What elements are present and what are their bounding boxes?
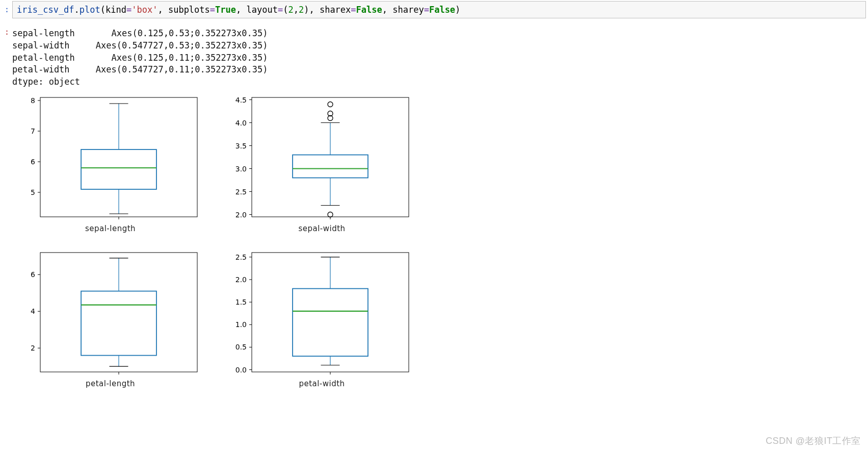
input-prompt: : xyxy=(2,5,9,14)
svg-text:6: 6 xyxy=(31,270,35,279)
svg-point-35 xyxy=(328,102,333,107)
svg-rect-13 xyxy=(81,149,156,189)
svg-rect-33 xyxy=(293,155,368,178)
svg-rect-51 xyxy=(81,291,156,356)
svg-text:3.5: 3.5 xyxy=(235,141,246,149)
svg-text:2.0: 2.0 xyxy=(235,276,246,284)
svg-text:2: 2 xyxy=(31,344,35,352)
svg-text:1.0: 1.0 xyxy=(235,320,246,329)
svg-text:8: 8 xyxy=(31,96,35,105)
svg-text:0.5: 0.5 xyxy=(235,343,246,351)
svg-text:3.0: 3.0 xyxy=(235,164,246,172)
code-cell: : iris_csv_df.plot(kind='box', subplots=… xyxy=(2,1,866,18)
xaxis-label: sepal-width xyxy=(298,224,345,233)
xaxis-label: petal-width xyxy=(299,379,345,388)
boxplot-svg: 2.02.53.03.54.04.5 xyxy=(230,93,414,222)
svg-text:1.5: 1.5 xyxy=(235,298,246,306)
plot-grid: 5678sepal-length2.02.53.03.54.04.5sepal-… xyxy=(12,93,420,388)
output-prompt: : xyxy=(2,28,9,37)
output-text: sepal-length Axes(0.125,0.53;0.352273x0.… xyxy=(12,28,868,88)
svg-text:2.5: 2.5 xyxy=(235,253,246,261)
svg-text:4.5: 4.5 xyxy=(235,95,246,104)
boxplot-svg: 246 xyxy=(19,248,202,377)
svg-text:4.0: 4.0 xyxy=(235,118,246,127)
xaxis-label: sepal-length xyxy=(85,224,136,233)
boxplot-svg: 5678 xyxy=(19,93,202,222)
code-input[interactable]: iris_csv_df.plot(kind='box', subplots=Tr… xyxy=(12,1,866,18)
svg-text:5: 5 xyxy=(31,188,35,196)
boxplot-sepal-width: 2.02.53.03.54.04.5sepal-width xyxy=(224,93,420,233)
svg-text:0.0: 0.0 xyxy=(235,366,246,374)
xaxis-label: petal-length xyxy=(86,379,135,388)
svg-rect-71 xyxy=(293,289,368,356)
boxplot-petal-length: 246petal-length xyxy=(12,248,208,388)
svg-text:4: 4 xyxy=(31,307,35,315)
svg-text:6: 6 xyxy=(31,158,35,166)
boxplot-sepal-length: 5678sepal-length xyxy=(12,93,208,233)
svg-point-38 xyxy=(328,212,333,217)
svg-text:2.5: 2.5 xyxy=(235,187,246,195)
output-area: : sepal-length Axes(0.125,0.53;0.352273x… xyxy=(12,28,868,388)
boxplot-svg: 0.00.51.01.52.02.5 xyxy=(230,248,414,377)
boxplot-petal-width: 0.00.51.01.52.02.5petal-width xyxy=(224,248,420,388)
svg-text:2.0: 2.0 xyxy=(235,210,246,218)
svg-text:7: 7 xyxy=(31,127,35,135)
